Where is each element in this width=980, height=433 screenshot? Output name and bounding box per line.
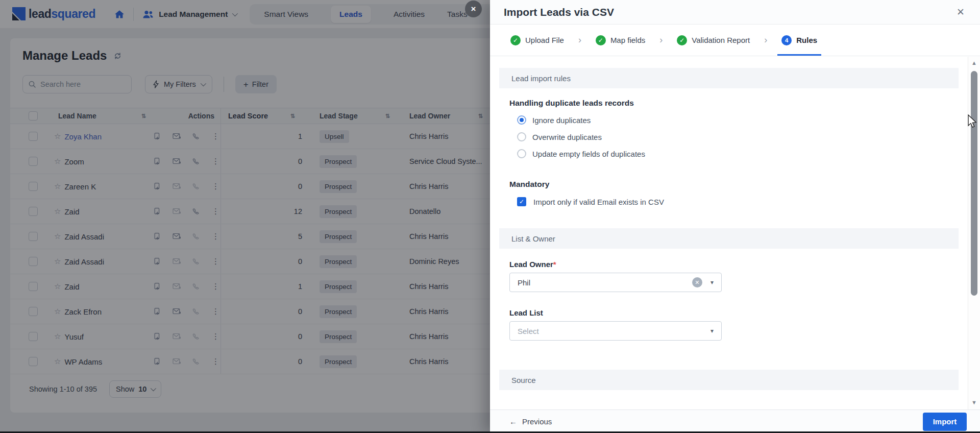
- radio-label: Overwrite duplicates: [532, 133, 602, 141]
- drawer-body: Lead import rules Handling duplicate lea…: [490, 57, 968, 410]
- back-arrow-icon: ←: [509, 417, 517, 426]
- drawer-header: Import Leads via CSV ✕: [490, 0, 980, 25]
- lead-owner-label: Lead Owner*: [509, 260, 556, 269]
- caret-down-icon: ▾: [710, 279, 714, 286]
- drawer-scrollbar[interactable]: ▲ ▼: [968, 57, 980, 410]
- import-leads-drawer: Import Leads via CSV ✕ ✓ Upload File › ✓…: [490, 0, 980, 433]
- step-label: Upload File: [525, 36, 564, 44]
- radio-icon: [517, 149, 526, 158]
- step-done-icon: ✓: [510, 35, 521, 45]
- radio-label: Ignore duplicates: [532, 116, 591, 125]
- close-icon[interactable]: ✕: [957, 7, 965, 17]
- lead-list-select[interactable]: Select ▾: [509, 321, 722, 341]
- section-source: Source: [499, 370, 959, 390]
- mandatory-heading: Mandatory: [509, 180, 549, 189]
- radio-label: Update empty fields of duplicates: [532, 150, 645, 158]
- chevron-right-icon: ›: [578, 35, 581, 44]
- previous-label: Previous: [522, 417, 552, 426]
- clear-selection-icon[interactable]: ✕: [692, 277, 702, 287]
- radio-selected-icon: [517, 115, 526, 125]
- checkbox-checked-icon: ✓: [517, 197, 526, 206]
- step-label: Rules: [796, 36, 817, 44]
- radio-ignore-duplicates[interactable]: Ignore duplicates: [517, 115, 591, 125]
- import-button[interactable]: Import: [923, 413, 967, 431]
- step-done-icon: ✓: [677, 35, 687, 45]
- previous-button[interactable]: ← Previous: [509, 417, 552, 426]
- lead-owner-value: Phil: [518, 278, 530, 287]
- chevron-right-icon: ›: [764, 35, 767, 44]
- required-asterisk: *: [553, 260, 556, 269]
- step-number-icon: 4: [781, 35, 792, 45]
- scrollbar-thumb[interactable]: [971, 71, 977, 296]
- radio-overwrite-duplicates[interactable]: Overwrite duplicates: [517, 132, 602, 141]
- radio-icon: [517, 132, 526, 141]
- drawer-close-circle-button[interactable]: ×: [465, 1, 482, 17]
- valid-email-checkbox[interactable]: ✓ Import only if valid Email exists in C…: [517, 197, 664, 206]
- wizard-steps: ✓ Upload File › ✓ Map fields › ✓ Validat…: [490, 25, 980, 56]
- step-validation-report[interactable]: ✓ Validation Report: [673, 25, 754, 56]
- drawer-title: Import Leads via CSV: [504, 6, 614, 18]
- step-rules[interactable]: 4 Rules: [777, 25, 821, 56]
- scroll-up-icon[interactable]: ▲: [968, 60, 980, 66]
- section-list-owner: List & Owner: [499, 228, 959, 249]
- drawer-footer: ← Previous Import: [490, 410, 980, 433]
- lead-owner-select[interactable]: Phil ✕ ▾: [509, 273, 722, 292]
- lead-list-placeholder: Select: [518, 327, 539, 335]
- step-label: Validation Report: [692, 36, 750, 44]
- step-map-fields[interactable]: ✓ Map fields: [592, 25, 649, 56]
- scroll-down-icon[interactable]: ▼: [968, 399, 980, 405]
- caret-down-icon: ▾: [710, 327, 714, 334]
- radio-update-empty-fields[interactable]: Update empty fields of duplicates: [517, 149, 645, 158]
- lead-list-label: Lead List: [509, 308, 543, 317]
- step-done-icon: ✓: [596, 35, 606, 45]
- close-icon: ×: [471, 4, 476, 14]
- step-upload-file[interactable]: ✓ Upload File: [506, 25, 568, 56]
- checkbox-label: Import only if valid Email exists in CSV: [533, 198, 664, 206]
- duplicates-heading: Handling duplicate leads records: [509, 99, 634, 108]
- section-lead-import-rules: Lead import rules: [499, 68, 959, 88]
- step-label: Map fields: [610, 36, 645, 44]
- chevron-right-icon: ›: [659, 35, 663, 44]
